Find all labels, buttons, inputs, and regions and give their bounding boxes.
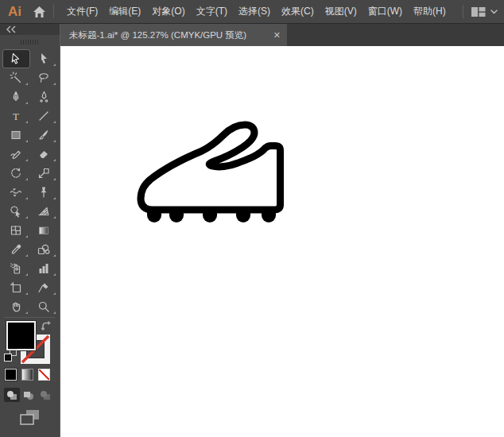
draw-behind-icon xyxy=(24,391,33,400)
lasso-icon xyxy=(37,72,50,84)
color-button[interactable] xyxy=(5,369,17,381)
width-tool[interactable] xyxy=(2,183,30,202)
symbol-sprayer-tool[interactable] xyxy=(2,259,30,278)
zoom-tool[interactable] xyxy=(30,297,58,316)
paintbrush-icon xyxy=(37,129,50,141)
document-tab[interactable]: 未标题-1.ai* @ 125.27% (CMYK/GPU 预览) ✕ xyxy=(60,24,287,46)
blend-tool[interactable] xyxy=(30,240,58,259)
workspace-switcher-button[interactable] xyxy=(471,6,498,18)
menu-object[interactable]: 对象(O) xyxy=(146,0,190,24)
artboard-tool[interactable] xyxy=(2,278,30,297)
type-tool[interactable]: T xyxy=(2,106,30,126)
drag-dots-icon xyxy=(21,40,40,44)
menu-type[interactable]: 文字(T) xyxy=(191,0,233,24)
gradient-tool[interactable] xyxy=(30,221,58,240)
zoom-magnifier-icon xyxy=(37,300,50,313)
hand-icon xyxy=(10,300,22,313)
home-button[interactable] xyxy=(33,6,46,18)
menu-help[interactable]: 帮助(H) xyxy=(408,0,452,24)
drawing-mode-buttons xyxy=(4,388,53,402)
slice-tool[interactable] xyxy=(30,278,58,297)
magic-wand-icon xyxy=(10,72,22,84)
menubar-divider-right xyxy=(463,5,463,18)
document-tab-bar: 未标题-1.ai* @ 125.27% (CMYK/GPU 预览) ✕ xyxy=(60,24,504,46)
menu-file[interactable]: 文件(F) xyxy=(61,0,103,24)
artboard-icon xyxy=(10,281,22,294)
illustrator-logo: Ai xyxy=(8,4,21,20)
tools-panel-header xyxy=(0,24,60,35)
draw-normal-icon xyxy=(7,391,17,400)
direct-selection-tool-icon xyxy=(37,52,50,65)
curvature-pen-icon xyxy=(37,91,50,103)
workspace-layout-icon xyxy=(471,6,487,18)
paintbrush-tool[interactable] xyxy=(30,126,58,145)
width-tool-icon xyxy=(10,186,22,199)
menu-select[interactable]: 选择(S) xyxy=(233,0,276,24)
line-segment-icon xyxy=(37,110,50,122)
gradient-button[interactable] xyxy=(21,369,33,381)
eraser-tool[interactable] xyxy=(30,145,58,164)
symbol-sprayer-icon xyxy=(10,262,22,275)
draw-inside-icon xyxy=(41,391,50,400)
scale-tool[interactable] xyxy=(30,164,58,183)
puppet-warp-tool[interactable] xyxy=(30,183,58,202)
draw-normal-button[interactable] xyxy=(4,388,20,402)
column-graph-icon xyxy=(37,262,50,275)
color-type-buttons xyxy=(5,369,50,381)
artwork-soccer-cleat[interactable] xyxy=(134,116,293,234)
shape-builder-tool[interactable] xyxy=(2,202,30,221)
tab-close-button[interactable]: ✕ xyxy=(273,31,281,40)
rectangle-tool[interactable] xyxy=(2,126,30,145)
line-segment-tool[interactable] xyxy=(30,106,58,126)
menu-bar: Ai 文件(F) 编辑(E) 对象(O) 文字(T) 选择(S) 效果(C) 视… xyxy=(0,0,504,24)
direct-selection-tool[interactable] xyxy=(30,49,58,68)
menubar-divider xyxy=(53,5,54,18)
mesh-icon xyxy=(10,224,22,237)
magic-wand-tool[interactable] xyxy=(2,68,30,87)
gradient-icon xyxy=(37,224,50,237)
perspective-grid-tool[interactable] xyxy=(30,202,58,221)
column-graph-tool[interactable] xyxy=(30,259,58,278)
rotate-icon xyxy=(10,167,22,180)
rotate-tool[interactable] xyxy=(2,164,30,183)
default-fill-stroke-button[interactable] xyxy=(4,349,17,362)
pen-tool[interactable] xyxy=(2,87,30,106)
svg-text:T: T xyxy=(13,110,19,122)
rectangle-icon xyxy=(10,129,22,141)
home-icon xyxy=(33,6,46,18)
toolbar-divider xyxy=(4,317,55,318)
panel-drag-handle[interactable] xyxy=(0,35,60,49)
hand-tool[interactable] xyxy=(2,297,30,316)
shape-builder-icon xyxy=(10,205,22,218)
eyedropper-icon xyxy=(10,243,22,256)
puppet-warp-pin-icon xyxy=(37,186,50,199)
blend-icon xyxy=(37,243,50,256)
eyedropper-tool[interactable] xyxy=(2,240,30,259)
cleat-outline-path xyxy=(141,125,281,210)
draw-inside-button xyxy=(37,388,53,402)
document-canvas[interactable] xyxy=(60,46,504,437)
swap-arrows-icon xyxy=(40,319,53,333)
screen-mode-button[interactable] xyxy=(19,408,41,430)
type-tool-icon: T xyxy=(10,110,22,122)
menu-effect[interactable]: 效果(C) xyxy=(276,0,320,24)
menu-items: 文件(F) 编辑(E) 对象(O) 文字(T) 选择(S) 效果(C) 视图(V… xyxy=(61,0,452,24)
tools-panel: T xyxy=(0,24,60,437)
default-fill-mini-icon xyxy=(4,354,12,362)
pen-icon xyxy=(10,91,22,103)
scale-icon xyxy=(37,167,50,180)
lasso-tool[interactable] xyxy=(30,68,58,87)
menu-edit[interactable]: 编辑(E) xyxy=(103,0,146,24)
selection-tool[interactable] xyxy=(2,49,30,68)
none-button[interactable] xyxy=(38,369,50,381)
fill-color-swatch[interactable] xyxy=(6,321,36,350)
tool-grid: T xyxy=(0,49,60,316)
menu-window[interactable]: 窗口(W) xyxy=(362,0,408,24)
mesh-tool[interactable] xyxy=(2,221,30,240)
draw-behind-button[interactable] xyxy=(21,388,37,402)
collapse-panel-icon[interactable] xyxy=(4,25,18,33)
shaper-tool[interactable] xyxy=(2,145,30,164)
menu-view[interactable]: 视图(V) xyxy=(320,0,362,24)
curvature-tool[interactable] xyxy=(30,87,58,106)
swap-fill-stroke-button[interactable] xyxy=(40,319,53,336)
